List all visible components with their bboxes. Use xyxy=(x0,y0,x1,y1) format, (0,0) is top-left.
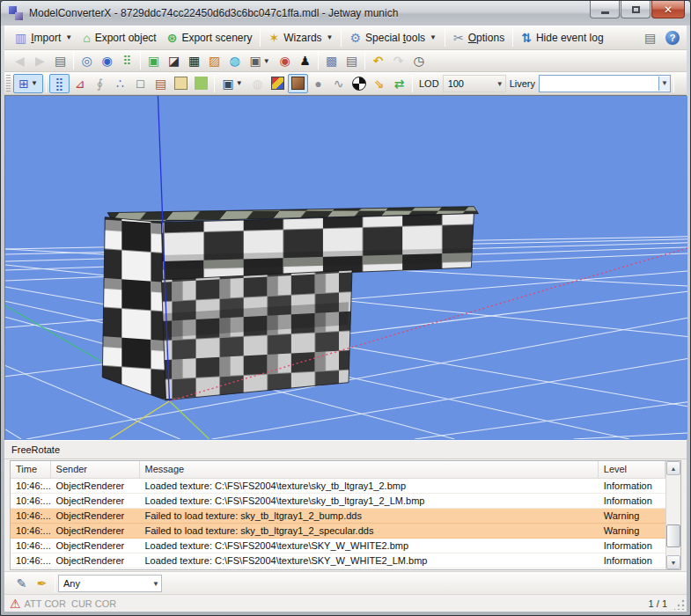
filter-edit-button[interactable] xyxy=(11,574,32,593)
dropdown-arrow-icon: ▼ xyxy=(31,79,38,87)
scroll-down-button[interactable]: ▼ xyxy=(666,555,680,569)
log-column-header-time[interactable]: Time xyxy=(11,461,51,478)
undo-button[interactable] xyxy=(368,51,388,70)
menu-item-export-scenery[interactable]: Export scenery xyxy=(162,28,258,48)
scroll-track[interactable] xyxy=(666,475,680,555)
walk-mode-icon xyxy=(299,55,311,67)
back-icon xyxy=(15,55,25,67)
object-editor-button[interactable] xyxy=(143,51,164,70)
earth-icon xyxy=(229,55,239,67)
menu-item-hide-event-log[interactable]: Hide event log xyxy=(516,28,608,48)
lod-value: 100 xyxy=(448,78,464,89)
event-notes-button[interactable] xyxy=(50,51,70,70)
show-vertices-icon xyxy=(116,77,124,90)
log-row[interactable]: 10:46:...ObjectRendererLoaded texture: C… xyxy=(11,479,665,494)
dark-sphere-button[interactable] xyxy=(308,74,328,93)
animation-editor-icon xyxy=(188,55,200,67)
image-view-button[interactable] xyxy=(321,51,342,70)
menu-item-wizards[interactable]: Wizards▼ xyxy=(263,28,338,48)
animation-editor-button[interactable] xyxy=(184,51,204,70)
log-message: Loaded texture: C:\FS\FS2004\texture\SKY… xyxy=(140,539,599,553)
fit-view-button[interactable]: ▼ xyxy=(13,74,43,93)
menu-item-import[interactable]: Import▼ xyxy=(10,28,77,48)
toolbar-grip[interactable] xyxy=(6,75,11,92)
log-row[interactable]: 10:46:...ObjectRendererLoaded texture: C… xyxy=(11,539,665,554)
show-axes-button[interactable] xyxy=(70,74,90,93)
log-sender: ObjectRenderer xyxy=(51,539,140,553)
options-icon xyxy=(453,32,464,44)
background-color-button[interactable] xyxy=(171,74,191,93)
earth-button[interactable] xyxy=(224,51,245,70)
material-editor-button[interactable] xyxy=(164,51,184,70)
log-column-header-level[interactable]: Level xyxy=(599,461,665,478)
screenshot-button[interactable]: ▼ xyxy=(245,51,275,70)
rotate-tool-button[interactable] xyxy=(328,74,349,93)
log-level-combobox[interactable]: Any ▼ xyxy=(58,575,162,592)
resize-grip[interactable] xyxy=(674,599,685,610)
livery-combobox[interactable]: ▼ xyxy=(539,75,671,92)
ground-color-button[interactable] xyxy=(191,74,211,93)
log-time: 10:46:... xyxy=(11,494,51,508)
ground-color-icon xyxy=(195,77,208,90)
material-ball-button[interactable] xyxy=(349,74,369,93)
color-cube-button[interactable] xyxy=(268,74,288,93)
preview-button[interactable] xyxy=(77,51,97,70)
menu-item-label: Options xyxy=(468,32,504,44)
light-arrows-button[interactable] xyxy=(369,74,389,93)
livery-dropdown-icon: ▼ xyxy=(658,77,670,91)
livery-label: Livery xyxy=(510,78,535,89)
attach-points-icon xyxy=(97,77,103,90)
menu-item-options[interactable]: Options xyxy=(448,28,510,48)
log-column-header-sender[interactable]: Sender xyxy=(51,461,140,478)
help-button[interactable]: ? xyxy=(665,31,680,45)
scroll-up-button[interactable]: ▲ xyxy=(666,461,680,475)
bricks-icon xyxy=(155,77,166,90)
timer-button[interactable] xyxy=(408,51,429,70)
filter-clear-button[interactable] xyxy=(32,574,52,593)
lod-combobox[interactable]: 100 ▼ xyxy=(443,75,506,92)
close-button[interactable]: ✕ xyxy=(651,1,685,18)
maximize-button[interactable] xyxy=(621,1,651,18)
log-row[interactable]: 10:46:...ObjectRendererFailed to load te… xyxy=(11,509,665,524)
wireframe-button[interactable] xyxy=(130,74,151,93)
forward-button[interactable] xyxy=(30,51,50,70)
3d-viewport[interactable] xyxy=(4,95,687,440)
bricks-texture-button[interactable] xyxy=(151,74,171,93)
log-row[interactable]: 10:46:...ObjectRendererLoaded texture: C… xyxy=(11,494,665,509)
render-spheres-button[interactable] xyxy=(275,51,295,70)
placemark-button[interactable] xyxy=(97,51,117,70)
texture-editor-button[interactable] xyxy=(204,51,224,70)
material-editor-icon xyxy=(168,55,180,67)
show-vertices-button[interactable] xyxy=(110,74,130,93)
show-grid-icon xyxy=(55,77,63,90)
minimize-icon xyxy=(601,11,609,14)
scroll-thumb[interactable] xyxy=(666,524,680,547)
log-column-header-message[interactable]: Message xyxy=(140,461,599,478)
hide-event-log-icon xyxy=(521,32,532,44)
dropdown-arrow-icon: ▼ xyxy=(430,33,437,41)
textured-cube-button[interactable] xyxy=(288,74,308,93)
show-grid-button[interactable] xyxy=(49,74,70,93)
log-scrollbar[interactable]: ▲ ▼ xyxy=(665,461,680,569)
menu-item-export-object[interactable]: Export object xyxy=(77,28,162,48)
walk-mode-button[interactable] xyxy=(295,51,315,70)
hierarchy-button[interactable] xyxy=(117,51,137,70)
viewport-mode-label: FreeRotate xyxy=(11,444,60,455)
log-row[interactable]: 10:46:...ObjectRendererFailed to load te… xyxy=(11,524,665,539)
log-row[interactable]: 10:46:...ObjectRendererLoaded texture: C… xyxy=(11,554,665,568)
color-cube-icon xyxy=(271,77,284,90)
title-bar[interactable]: ModelConverterX - 8729ddc74cc22450d6d3c6… xyxy=(1,1,690,26)
refresh-button[interactable] xyxy=(389,74,409,93)
back-button[interactable] xyxy=(10,51,30,70)
menu-item-special-tools[interactable]: Special tools▼ xyxy=(344,28,442,48)
menu-item-label: Wizards xyxy=(283,32,321,44)
attach-points-button[interactable] xyxy=(90,74,110,93)
log-time: 10:46:... xyxy=(11,524,51,538)
status-bar: ATT COR CUR COR 1 / 1 xyxy=(4,594,687,612)
wire-sphere-button[interactable] xyxy=(247,74,268,93)
properties-button[interactable] xyxy=(342,51,362,70)
camera-button[interactable]: ▼ xyxy=(217,74,247,93)
properties-window-button[interactable] xyxy=(640,28,660,48)
minimize-button[interactable] xyxy=(590,1,620,18)
redo-button[interactable] xyxy=(388,51,408,70)
